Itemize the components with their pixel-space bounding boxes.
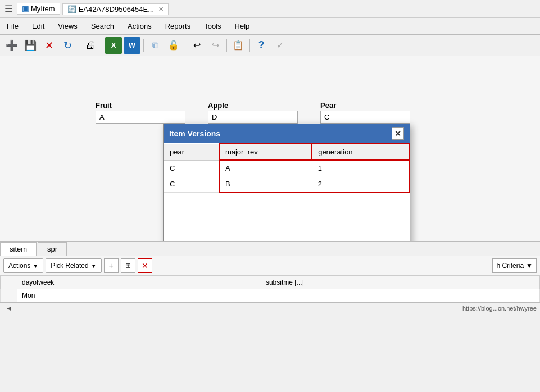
major-rev-cell: A — [219, 160, 312, 176]
toolbar: ➕ 💾 ✕ ↻ 🖨 X W ⧉ 🔓 ↩ ↪ 📋 ? ✓ — [0, 35, 540, 56]
separator-4 — [185, 39, 185, 52]
tab-sitem[interactable]: sitem — [0, 242, 37, 256]
pear-cell: C — [164, 176, 219, 193]
table-row: Mon — [1, 289, 540, 302]
search-criteria-label: h Criteria — [496, 262, 524, 270]
app-label: MyItem — [31, 4, 55, 13]
table-row: C A 1 — [164, 160, 410, 176]
status-url: https://blog...on.net/hwyree — [462, 305, 537, 312]
dayofweek-header: dayofweek — [17, 276, 261, 289]
subsitme-header: subsitme [...] — [261, 276, 539, 289]
title-bar: ☰ ▣ MyItem 🔄 EA42A78D9506454E... ✕ — [0, 0, 540, 18]
actions-arrow-icon: ▼ — [33, 263, 38, 269]
menu-bar: File Edit Views Search Actions Reports T… — [0, 18, 540, 35]
separator-2 — [102, 39, 102, 52]
row-num-header — [1, 276, 17, 289]
tab-icon: 🔄 — [67, 5, 76, 13]
dayofweek-cell: Mon — [17, 289, 261, 302]
tab-spr[interactable]: spr — [38, 242, 67, 256]
tab-close-button[interactable]: ✕ — [158, 6, 164, 13]
redo-button[interactable]: ↪ — [207, 37, 224, 54]
modal-title: Item Versions — [169, 129, 220, 138]
generation-cell: 2 — [312, 176, 409, 193]
word-button[interactable]: W — [124, 37, 140, 54]
main-content: Fruit Apple Pear Item Versions ✕ pear — [0, 56, 540, 241]
status-scroll-arrow[interactable]: ◄ — [3, 304, 15, 312]
status-bar: ◄ https://blog...on.net/hwyree — [0, 302, 540, 313]
col-header-major-rev: major_rev — [219, 144, 312, 160]
add-button[interactable]: ➕ — [3, 37, 20, 54]
lock-button[interactable]: 🔓 — [165, 37, 182, 54]
modal-title-bar: Item Versions ✕ — [164, 124, 410, 143]
actions-dropdown-button[interactable]: Actions ▼ — [3, 258, 43, 273]
search-criteria-arrow-icon: ▼ — [526, 262, 533, 270]
refresh-button[interactable]: ↻ — [59, 37, 76, 54]
pick-related-dropdown-button[interactable]: Pick Related ▼ — [46, 258, 101, 273]
col-header-generation: generation — [312, 144, 409, 160]
menu-reports[interactable]: Reports — [158, 20, 198, 33]
print-button[interactable]: 🖨 — [82, 37, 99, 54]
bottom-section: sitem spr Actions ▼ Pick Related ▼ + ⊞ ✕… — [0, 241, 540, 365]
relate-button[interactable]: ⊞ — [121, 258, 135, 273]
menu-edit[interactable]: Edit — [25, 20, 51, 33]
table-row: C B 2 — [164, 176, 410, 193]
tabs-row: sitem spr — [0, 242, 540, 256]
separator-5 — [226, 39, 227, 52]
generation-cell: 1 — [312, 160, 409, 176]
copy-button[interactable]: ⧉ — [147, 37, 164, 54]
separator-1 — [79, 39, 79, 52]
major-rev-cell: B — [219, 176, 312, 193]
menu-search[interactable]: Search — [84, 20, 121, 33]
separator-6 — [249, 39, 250, 52]
sub-toolbar: Actions ▼ Pick Related ▼ + ⊞ ✕ h Criteri… — [0, 256, 540, 276]
help-button[interactable]: ? — [253, 37, 270, 54]
tab-label: EA42A78D9506454E... — [79, 5, 154, 13]
versions-table: pear major_rev generation C A 1 C — [164, 143, 410, 193]
modal-overlay: Item Versions ✕ pear major_rev generatio… — [0, 56, 540, 241]
modal-close-button[interactable]: ✕ — [392, 127, 404, 140]
document-tab[interactable]: 🔄 EA42A78D9506454E... ✕ — [62, 3, 169, 15]
excel-button[interactable]: X — [105, 37, 122, 54]
pear-cell: C — [164, 160, 219, 176]
app-tab[interactable]: ▣ MyItem — [17, 3, 60, 15]
subsitme-cell — [261, 289, 539, 302]
separator-3 — [143, 39, 144, 52]
row-number — [1, 289, 17, 302]
sub-table: dayofweek subsitme [...] Mon — [0, 276, 540, 302]
menu-actions[interactable]: Actions — [121, 20, 158, 33]
menu-help[interactable]: Help — [228, 20, 257, 33]
menu-file[interactable]: File — [0, 20, 25, 33]
check-button[interactable]: ✓ — [271, 37, 288, 54]
delete-button[interactable]: ✕ — [40, 37, 57, 54]
menu-tools[interactable]: Tools — [197, 20, 228, 33]
pick-related-label: Pick Related — [51, 262, 88, 270]
clipboard-button[interactable]: 📋 — [230, 37, 247, 54]
undo-button[interactable]: ↩ — [188, 37, 205, 54]
save-button[interactable]: 💾 — [22, 37, 39, 54]
search-criteria-button[interactable]: h Criteria ▼ — [492, 258, 537, 273]
app-icon: ▣ — [22, 4, 29, 13]
hamburger-menu[interactable]: ☰ — [4, 3, 12, 14]
menu-views[interactable]: Views — [51, 20, 84, 33]
delete-row-button[interactable]: ✕ — [138, 258, 152, 273]
pick-related-arrow-icon: ▼ — [91, 263, 97, 269]
col-header-pear: pear — [164, 144, 219, 160]
add-row-button[interactable]: + — [104, 258, 119, 273]
actions-label: Actions — [8, 262, 30, 270]
